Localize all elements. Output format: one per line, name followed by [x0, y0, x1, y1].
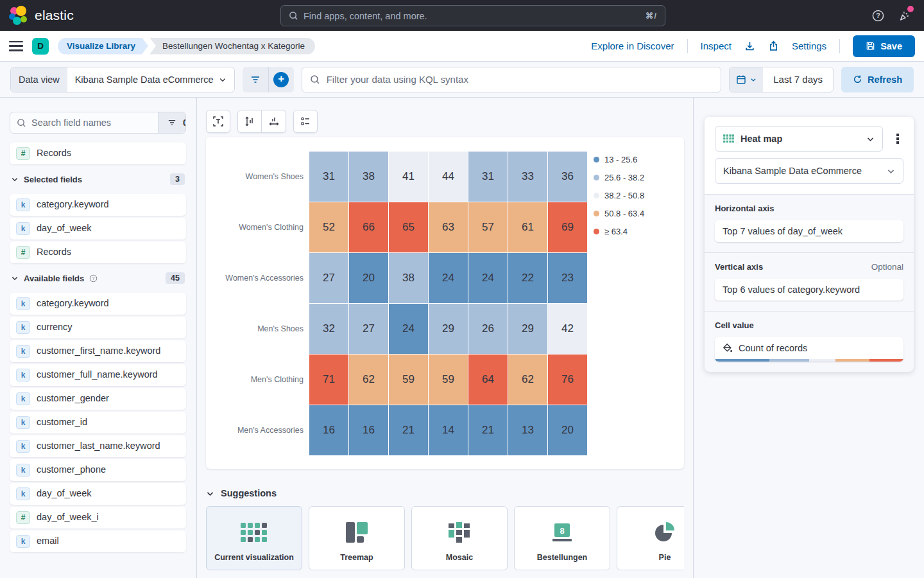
field-filter-button[interactable]: 0	[158, 112, 186, 133]
chart-type-switcher[interactable]: Heat map	[715, 126, 883, 152]
space-avatar[interactable]: D	[32, 38, 49, 55]
heatmap-cell[interactable]: 24	[468, 253, 508, 303]
heatmap-cell[interactable]: 13	[508, 405, 547, 455]
heatmap-cell[interactable]: 42	[548, 304, 587, 354]
global-search[interactable]: ⌘/	[280, 5, 665, 26]
heatmap-cell[interactable]: 57	[468, 202, 508, 252]
kql-search-bar[interactable]	[302, 67, 722, 92]
share-button[interactable]	[768, 40, 779, 51]
help-button[interactable]: ?	[872, 10, 884, 22]
field-item[interactable]: kcustomer_gender	[10, 388, 186, 410]
heatmap-cell[interactable]: 27	[349, 304, 388, 354]
heatmap-cell[interactable]: 29	[508, 304, 547, 354]
inspect-link[interactable]: Inspect	[701, 40, 732, 51]
legend-item[interactable]: 13 - 25.6	[594, 155, 644, 164]
field-item[interactable]: kcustomer_first_name.keyword	[10, 340, 186, 362]
heatmap-cell[interactable]: 27	[309, 253, 348, 303]
heatmap-cell[interactable]: 20	[548, 405, 587, 455]
field-item[interactable]: kcustomer_last_name.keyword	[10, 435, 186, 457]
heatmap-cell[interactable]: 21	[389, 405, 428, 455]
heatmap-cell[interactable]: 38	[349, 152, 388, 202]
heatmap-cell[interactable]: 64	[468, 355, 508, 405]
kql-input[interactable]	[327, 74, 714, 85]
heatmap-cell[interactable]: 26	[468, 304, 508, 354]
field-item[interactable]: kcategory.keyword	[10, 293, 186, 315]
heatmap-cell[interactable]: 66	[349, 202, 388, 252]
horizontal-axis-button[interactable]	[262, 110, 286, 133]
heatmap-cell[interactable]: 63	[429, 202, 468, 252]
horizontal-axis-dimension[interactable]: Top 7 values of day_of_week	[715, 220, 903, 242]
suggestion-pie[interactable]: Pie	[617, 506, 684, 570]
suggestion-bestellungen-metric[interactable]: 8 Bestellungen	[514, 506, 610, 570]
filter-menu-button[interactable]	[243, 67, 268, 92]
save-button[interactable]: Save	[853, 35, 915, 57]
time-range-value[interactable]: Last 7 days	[763, 67, 833, 92]
add-filter-button[interactable]: +	[268, 67, 294, 92]
vertical-axis-button[interactable]	[237, 110, 262, 133]
layer-data-view-select[interactable]: Kibana Sample Data eCommerce	[715, 158, 903, 184]
menu-button[interactable]	[9, 41, 23, 51]
download-button[interactable]	[744, 40, 755, 51]
field-item[interactable]: #Records	[10, 241, 186, 263]
axis-labels-button[interactable]	[206, 110, 230, 133]
heatmap-cell[interactable]: 31	[309, 152, 348, 202]
heatmap-cell[interactable]: 23	[548, 253, 587, 303]
legend-item[interactable]: 38.2 - 50.8	[594, 191, 644, 200]
heatmap-cell[interactable]: 20	[349, 253, 388, 303]
global-search-input[interactable]	[304, 11, 640, 21]
heatmap-cell[interactable]: 62	[349, 355, 388, 405]
heatmap-cell[interactable]: 21	[468, 405, 508, 455]
heatmap-cell[interactable]: 44	[429, 152, 468, 202]
newsfeed-button[interactable]	[898, 9, 911, 22]
legend-button[interactable]	[293, 110, 318, 133]
legend-item[interactable]: 50.8 - 63.4	[594, 209, 644, 218]
heatmap-cell[interactable]: 52	[309, 202, 348, 252]
refresh-button[interactable]: Refresh	[841, 67, 914, 92]
heatmap-cell[interactable]: 61	[508, 202, 547, 252]
cell-value-dimension[interactable]: Count of records	[715, 337, 903, 362]
suggestions-header[interactable]: Suggestions	[206, 488, 684, 498]
field-item[interactable]: kcustomer_phone	[10, 459, 186, 481]
field-item[interactable]: kday_of_week	[10, 483, 186, 505]
heatmap-cell[interactable]: 32	[309, 304, 348, 354]
heatmap-cell[interactable]: 36	[548, 152, 587, 202]
heatmap-cell[interactable]: 14	[429, 405, 468, 455]
breadcrumb-visualize-library[interactable]: Visualize Library	[58, 38, 148, 55]
heatmap-cell[interactable]: 29	[429, 304, 468, 354]
field-item[interactable]: kcurrency	[10, 317, 186, 338]
field-search-input[interactable]	[31, 118, 151, 128]
settings-link[interactable]: Settings	[792, 40, 826, 51]
legend-item[interactable]: ≥ 63.4	[594, 227, 644, 236]
selected-fields-header[interactable]: Selected fields 3	[11, 173, 185, 185]
suggestion-treemap[interactable]: Treemap	[309, 506, 405, 570]
heatmap-cell[interactable]: 22	[508, 253, 547, 303]
heatmap-cell[interactable]: 62	[508, 355, 547, 405]
heatmap-cell[interactable]: 69	[548, 202, 587, 252]
heatmap-cell[interactable]: 71	[309, 355, 348, 405]
heatmap-cell[interactable]: 24	[389, 304, 428, 354]
field-item[interactable]: kcustomer_full_name.keyword	[10, 364, 186, 386]
heatmap-cell[interactable]: 76	[548, 355, 587, 405]
heatmap-cell[interactable]: 33	[508, 152, 547, 202]
vertical-axis-dimension[interactable]: Top 6 values of category.keyword	[715, 279, 903, 301]
explore-in-discover-link[interactable]: Explore in Discover	[591, 40, 674, 51]
heatmap-cell[interactable]: 65	[389, 202, 428, 252]
heatmap-cell[interactable]: 16	[349, 405, 388, 455]
field-item[interactable]: #day_of_week_i	[10, 507, 186, 529]
field-item[interactable]: kemail	[10, 530, 186, 552]
layer-actions-button[interactable]	[892, 131, 903, 146]
data-view-switcher[interactable]: Data view Kibana Sample Data eCommerce	[10, 67, 235, 92]
suggestion-current-visualization[interactable]: Current visualization	[206, 506, 302, 570]
elastic-logo[interactable]: elastic	[9, 6, 74, 25]
heatmap-cell[interactable]: 41	[389, 152, 428, 202]
heatmap-cell[interactable]: 59	[429, 355, 468, 405]
field-item[interactable]: kcategory.keyword	[10, 194, 186, 216]
field-item[interactable]: #Records	[10, 143, 186, 164]
available-fields-header[interactable]: Available fields ? 45	[11, 272, 185, 284]
heatmap-cell[interactable]: 31	[468, 152, 508, 202]
field-item[interactable]: kday_of_week	[10, 218, 186, 240]
field-item[interactable]: kcustomer_id	[10, 412, 186, 434]
suggestion-mosaic[interactable]: Mosaic	[411, 506, 508, 570]
legend-item[interactable]: 25.6 - 38.2	[594, 173, 644, 182]
heatmap-cell[interactable]: 59	[389, 355, 428, 405]
